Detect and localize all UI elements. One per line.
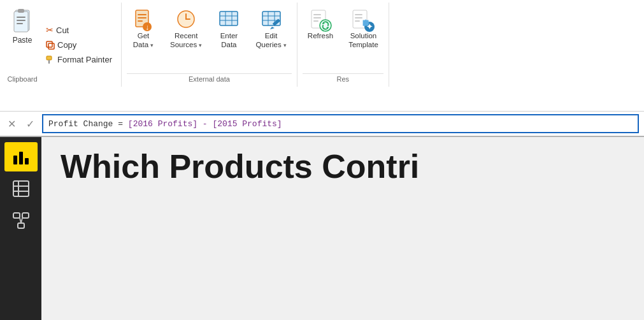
svg-rect-49	[13, 213, 20, 218]
format-painter-icon	[46, 55, 55, 64]
svg-marker-28	[270, 27, 275, 29]
paste-label: Paste	[13, 36, 32, 45]
svg-rect-42	[13, 156, 17, 164]
edit-queries-button[interactable]: Edit Queries ▾	[250, 5, 291, 54]
svg-rect-45	[13, 181, 29, 196]
copy-label: Copy	[57, 40, 76, 50]
clipboard-group-label: Clipboard	[7, 75, 37, 84]
svg-rect-51	[18, 223, 24, 228]
svg-rect-3	[17, 17, 25, 18]
ribbon-content: Paste Clipboard ✂ Cut Copy	[0, 0, 644, 89]
cut-button[interactable]: ✂ Cut	[42, 23, 116, 37]
recent-sources-label: Recent Sources ▾	[170, 32, 202, 50]
solution-template-icon: ✦	[352, 9, 375, 32]
formula-bar: ✕ ✓ Profit Change = [2016 Profits] - [20…	[0, 112, 644, 137]
svg-rect-2	[18, 9, 24, 13]
sidebar-item-table[interactable]	[4, 174, 38, 203]
refresh-button[interactable]: Refresh	[303, 5, 338, 45]
sidebar-item-model[interactable]	[4, 206, 38, 235]
svg-rect-11	[138, 14, 147, 15]
cut-icon: ✂	[46, 25, 54, 35]
sidebar	[0, 137, 41, 320]
external-data-items: ↓ Get Data ▾ Recent Sources ▾	[127, 5, 292, 72]
ribbon: Paste Clipboard ✂ Cut Copy	[0, 0, 644, 112]
format-painter-label: Format Painter	[57, 55, 112, 64]
res-items: Refresh ✦	[303, 5, 383, 72]
cut-label: Cut	[56, 25, 69, 35]
clipboard-sub: ✂ Cut Copy Forma	[42, 5, 116, 84]
sidebar-item-chart[interactable]	[4, 142, 38, 171]
get-data-button[interactable]: ↓ Get Data ▾	[127, 5, 160, 54]
formula-equals: =	[113, 119, 127, 129]
edit-queries-label: Edit Queries ▾	[255, 32, 286, 50]
svg-text:↓: ↓	[145, 23, 149, 32]
svg-rect-44	[25, 158, 29, 164]
recent-sources-icon	[176, 9, 196, 32]
formula-cancel-button[interactable]: ✕	[5, 117, 18, 131]
svg-rect-5	[17, 23, 23, 24]
formula-expr: [2016 Profits] - [2015 Profits]	[128, 119, 282, 129]
clipboard-group: Paste Clipboard ✂ Cut Copy	[0, 3, 122, 87]
format-painter-button[interactable]: Format Painter	[42, 53, 116, 66]
svg-rect-17	[220, 11, 238, 25]
svg-text:✦: ✦	[366, 22, 373, 31]
svg-rect-43	[19, 152, 23, 164]
enter-data-icon	[218, 9, 239, 32]
get-data-icon: ↓	[133, 9, 154, 32]
external-data-group: ↓ Get Data ▾ Recent Sources ▾	[122, 3, 297, 87]
table-icon	[12, 180, 30, 198]
svg-rect-31	[313, 17, 321, 18]
svg-rect-12	[138, 17, 147, 18]
get-data-label: Get Data ▾	[133, 32, 154, 50]
refresh-icon	[309, 9, 332, 32]
svg-line-53	[21, 218, 22, 223]
recent-sources-button[interactable]: Recent Sources ▾	[165, 5, 207, 54]
recent-sources-arrow: ▾	[199, 42, 202, 48]
refresh-label: Refresh	[308, 32, 333, 41]
enter-data-label: Enter Data	[220, 32, 238, 50]
solution-template-label: Solution Template	[348, 32, 378, 50]
clipboard-wrapper: Paste Clipboard	[5, 5, 39, 84]
svg-rect-8	[47, 56, 52, 60]
chart-icon	[12, 148, 30, 166]
svg-rect-13	[138, 20, 143, 22]
svg-rect-50	[22, 213, 29, 218]
external-data-group-label: External data	[127, 73, 292, 84]
edit-queries-arrow: ▾	[283, 42, 287, 48]
solution-template-button[interactable]: ✦ Solution Template	[343, 5, 383, 54]
svg-rect-9	[48, 60, 50, 64]
res-group-label: Res	[303, 73, 383, 84]
paste-button[interactable]: Paste	[5, 5, 39, 47]
svg-rect-30	[313, 14, 321, 15]
formula-name: Profit Change	[48, 119, 113, 129]
formula-input-box[interactable]: Profit Change = [2016 Profits] - [2015 P…	[42, 114, 639, 133]
svg-rect-37	[355, 14, 362, 15]
get-data-arrow: ▾	[150, 42, 154, 48]
copy-button[interactable]: Copy	[42, 38, 116, 52]
formula-confirm-button[interactable]: ✓	[24, 117, 37, 131]
svg-rect-39	[355, 20, 360, 22]
svg-rect-32	[313, 20, 318, 22]
main-area: Which Products Contri	[0, 137, 644, 320]
copy-icon	[46, 41, 55, 50]
paste-icon	[10, 8, 34, 34]
svg-rect-38	[355, 17, 362, 18]
edit-queries-icon	[261, 9, 282, 32]
svg-rect-6	[48, 43, 54, 49]
svg-rect-4	[17, 20, 25, 21]
res-group: Refresh ✦	[297, 3, 389, 87]
model-icon	[12, 212, 30, 229]
svg-rect-7	[47, 41, 52, 47]
content-area: Which Products Contri	[41, 137, 644, 320]
page-title: Which Products Contri	[61, 150, 625, 183]
svg-rect-1	[14, 11, 28, 32]
enter-data-button[interactable]: Enter Data	[212, 5, 245, 54]
